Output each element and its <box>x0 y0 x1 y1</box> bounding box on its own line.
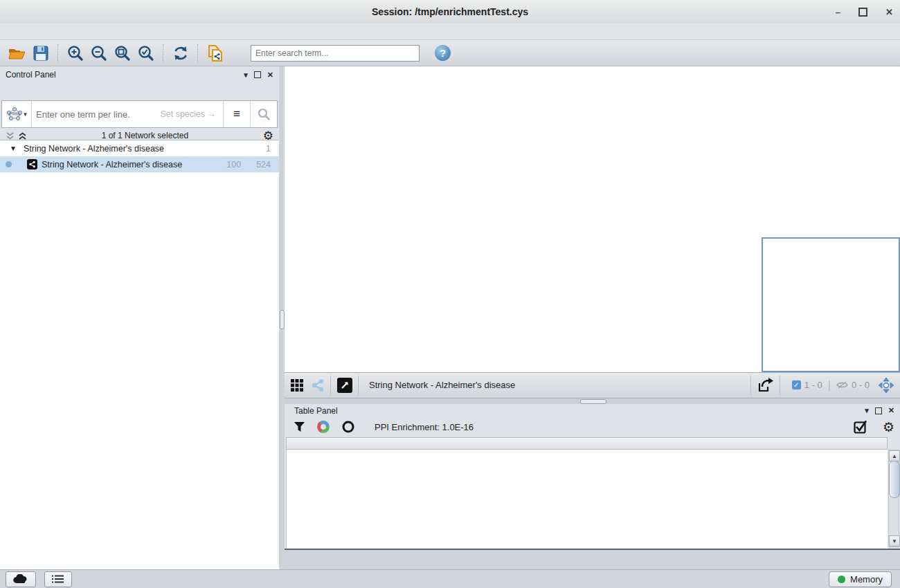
ring-chart-icon[interactable] <box>341 420 355 434</box>
table-panel: Table Panel ▾ ✕ PPI <box>285 404 900 549</box>
scroll-up-arrow[interactable]: ▲ <box>889 450 900 461</box>
memory-button[interactable]: Memory <box>829 571 892 587</box>
string-options-button[interactable]: ≡ <box>223 101 250 127</box>
refresh-icon <box>172 46 189 61</box>
zoom-in-icon <box>66 44 84 62</box>
zoom-fit-icon <box>114 44 132 62</box>
ppi-enrichment-text: PPI Enrichment: 1.0E-16 <box>375 422 843 432</box>
string-term-input[interactable] <box>32 109 160 120</box>
splitter-handle[interactable] <box>580 399 606 404</box>
table-vertical-scrollbar[interactable]: ▲ ▼ <box>888 450 899 547</box>
string-protein-query-selector[interactable]: STRING ▾ <box>2 101 32 127</box>
list-icon <box>52 574 64 584</box>
splitter-handle[interactable] <box>280 310 285 329</box>
save-floppy-icon <box>33 46 48 61</box>
panel-close-icon[interactable]: ✕ <box>888 406 894 415</box>
task-history-button[interactable] <box>44 571 72 587</box>
scroll-down-arrow[interactable]: ▼ <box>889 535 900 546</box>
string-search-button[interactable] <box>250 101 277 127</box>
memory-label: Memory <box>850 574 883 585</box>
import-network-button[interactable] <box>204 43 226 64</box>
table-settings-gear-icon[interactable]: ⚙ <box>883 419 894 435</box>
help-button[interactable]: ? <box>435 45 451 61</box>
network-tree: ▼ String Network - Alzheimer's disease 1… <box>0 140 279 569</box>
selected-count: 1 - 0 <box>804 380 822 390</box>
network-row-selected[interactable]: String Network - Alzheimer's disease 100… <box>0 156 279 172</box>
table-panel-tabs <box>285 549 900 569</box>
application-window: Session: /tmp/enrichmentTest.cys – ✕ <box>0 0 900 588</box>
export-network-icon[interactable] <box>757 378 774 393</box>
table-header-row <box>286 437 888 450</box>
collapse-triangle-icon[interactable]: ▼ <box>10 145 17 152</box>
network-view-title: String Network - Alzheimer's disease <box>369 380 745 390</box>
detach-view-button[interactable] <box>337 378 352 393</box>
zoom-out-button[interactable] <box>88 43 110 64</box>
scroll-thumb[interactable] <box>889 461 900 498</box>
collapse-all-icon[interactable] <box>6 131 15 140</box>
refresh-button[interactable] <box>170 43 192 64</box>
birds-eye-graph <box>763 239 899 371</box>
zoom-selected-button[interactable] <box>135 43 157 64</box>
status-bar: Memory <box>0 569 900 588</box>
species-hint[interactable]: Set species → <box>160 109 223 119</box>
panel-float-icon[interactable] <box>254 71 261 78</box>
network-collection-row[interactable]: ▼ String Network - Alzheimer's disease 1 <box>0 140 279 156</box>
save-session-button[interactable] <box>30 43 52 64</box>
filter-icon[interactable] <box>294 422 305 432</box>
checkbox-icon[interactable]: ✓ <box>792 380 801 389</box>
panel-menu-icon[interactable]: ▾ <box>865 406 869 415</box>
open-folder-icon <box>8 46 26 61</box>
string-logo-icon: STRING <box>6 107 23 122</box>
selected-count-badge: ✓ 1 - 0 <box>792 380 822 390</box>
control-panel-title: Control Panel <box>6 70 244 80</box>
main-toolbar: ? <box>0 40 900 66</box>
collection-label: String Network - Alzheimer's disease <box>24 144 164 154</box>
birds-eye-view[interactable] <box>762 237 900 372</box>
minimize-button[interactable]: – <box>836 7 840 17</box>
search-input[interactable] <box>251 45 420 62</box>
chart-settings-icon[interactable] <box>316 420 330 434</box>
open-file-button[interactable] <box>6 43 28 64</box>
memory-status-dot <box>838 576 845 583</box>
pan-navigation-icon[interactable] <box>878 377 894 394</box>
edge-count: 524 <box>256 160 271 169</box>
string-network-icon <box>27 159 37 169</box>
select-genes-checkbox-icon[interactable] <box>854 420 867 434</box>
zoom-fit-button[interactable] <box>111 43 134 64</box>
maximize-button[interactable] <box>858 8 867 17</box>
menu-bar <box>0 24 900 40</box>
zoom-selected-icon <box>137 44 155 62</box>
close-button[interactable]: ✕ <box>885 7 893 17</box>
network-canvas[interactable] <box>285 66 900 372</box>
window-title: Session: /tmp/enrichmentTest.cys <box>372 6 528 17</box>
panel-float-icon[interactable] <box>875 407 882 414</box>
string-search-bar: STRING ▾ Set species → ≡ <box>1 100 278 128</box>
collection-count: 1 <box>266 144 271 154</box>
hidden-count-badge: 0 - 0 <box>836 380 870 390</box>
control-panel-tabs <box>0 82 279 98</box>
panel-splitter-vertical[interactable] <box>279 66 285 569</box>
table-body <box>286 450 888 549</box>
documents-share-icon <box>206 44 224 62</box>
expand-all-icon[interactable] <box>18 131 27 140</box>
selection-status-text: 1 of 1 Network selected <box>27 131 263 140</box>
eye-slash-icon[interactable] <box>836 380 848 389</box>
current-network-dot <box>6 161 12 167</box>
share-view-icon[interactable] <box>311 378 325 392</box>
panel-close-icon[interactable]: ✕ <box>267 71 273 80</box>
arrow-up-right-icon <box>341 381 349 389</box>
zoom-out-icon <box>90 44 108 62</box>
hidden-count: 0 - 0 <box>852 380 870 390</box>
cloud-tasks-button[interactable] <box>6 571 36 587</box>
zoom-in-button[interactable] <box>64 43 87 64</box>
network-label: String Network - Alzheimer's disease <box>42 160 182 169</box>
search-icon <box>257 107 271 121</box>
panel-splitter-horizontal[interactable] <box>285 398 900 404</box>
cloud-icon <box>13 574 28 584</box>
table-panel-title: Table Panel <box>294 406 865 416</box>
panel-menu-icon[interactable]: ▾ <box>244 71 248 80</box>
grid-view-icon[interactable] <box>290 378 304 392</box>
question-mark-icon: ? <box>440 47 446 59</box>
chevron-down-icon: ▾ <box>24 111 27 118</box>
network-view-toolbar: String Network - Alzheimer's disease ✓ 1… <box>285 372 900 399</box>
